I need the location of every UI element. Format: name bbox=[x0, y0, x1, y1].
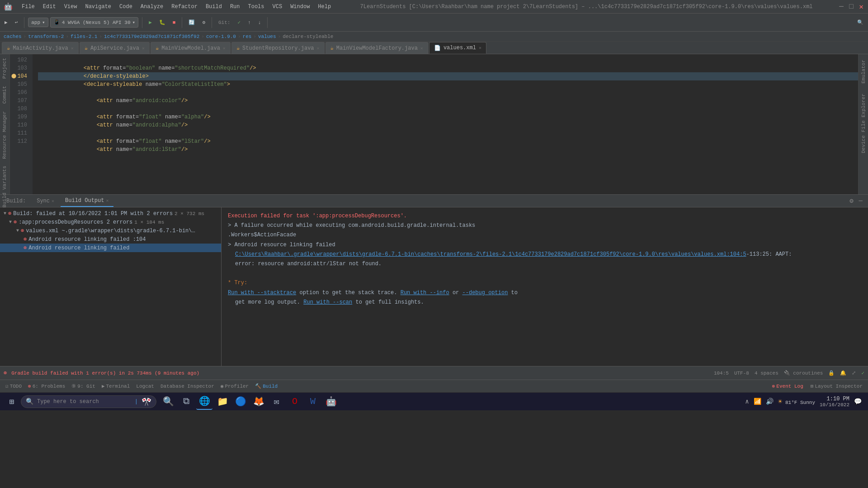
menu-view[interactable]: View bbox=[61, 3, 81, 11]
breadcrumb-item-hash[interactable]: 1c4c7733179e2829ad7c1871cf305f92 bbox=[104, 34, 199, 39]
taskbar-search-box[interactable]: 🔍 Type here to search | 🎌 bbox=[21, 395, 156, 408]
terminal-button[interactable]: ▶ Terminal bbox=[99, 382, 132, 390]
search-icon[interactable]: 🔍 bbox=[854, 18, 866, 27]
tab-close-viewmodelfactory[interactable]: ✕ bbox=[420, 46, 423, 51]
code-content[interactable]: <attr format="boolean" name="shortcutMat… bbox=[33, 54, 858, 194]
menu-tools[interactable]: Tools bbox=[245, 3, 268, 11]
minimize-panel-icon[interactable]: — bbox=[857, 196, 864, 206]
sound-icon[interactable]: 🔊 bbox=[766, 398, 774, 405]
settings-icon[interactable]: ⚙ bbox=[848, 196, 855, 206]
problems-button[interactable]: ⊗ 6: Problems bbox=[25, 382, 68, 390]
emulator-label[interactable]: Emulator bbox=[859, 56, 868, 87]
menu-help[interactable]: Help bbox=[314, 3, 335, 11]
maximize-button[interactable]: □ bbox=[848, 4, 854, 10]
app-dropdown[interactable]: app ▾ bbox=[28, 18, 48, 27]
build-variants-label[interactable]: Build Variants bbox=[0, 162, 9, 211]
event-log-button[interactable]: ⊗ Event Log bbox=[769, 382, 806, 390]
tab-apiservice[interactable]: ☕ ApiService.java ✕ bbox=[80, 42, 150, 54]
database-inspector-button[interactable]: Database Inspector bbox=[158, 383, 217, 390]
tab-build-output-close[interactable]: ✕ bbox=[106, 198, 108, 203]
output-debug-link[interactable]: --debug option bbox=[462, 290, 508, 296]
git-panel-button[interactable]: ⑨ 9: Git bbox=[69, 382, 98, 390]
profiler-button[interactable]: ◉ Profiler bbox=[218, 382, 251, 390]
taskbar-edge[interactable]: 🌐 bbox=[196, 394, 212, 410]
taskbar-search-app[interactable]: 🔍 bbox=[160, 394, 176, 410]
notification-center-icon[interactable]: 💬 bbox=[854, 398, 862, 405]
project-panel-label[interactable]: Project bbox=[0, 54, 9, 82]
tab-close-values[interactable]: ✕ bbox=[479, 45, 481, 51]
tab-build-output[interactable]: Build Output ✕ bbox=[61, 195, 113, 207]
run-button[interactable]: ▶ bbox=[146, 18, 155, 27]
build-tree-err2[interactable]: ⊗ Android resource linking failed bbox=[0, 244, 221, 252]
output-file-link[interactable]: C:\Users\Raahbar\.gradle\wrapper\dists\g… bbox=[235, 251, 746, 258]
taskbar-opera[interactable]: O bbox=[287, 394, 303, 410]
menu-refactor[interactable]: Refactor bbox=[168, 3, 201, 11]
build-tree-root[interactable]: ▼ ⊗ Build: failed at 10/16/2022 1:01 PM … bbox=[0, 209, 221, 218]
output-scan-link[interactable]: Run with --scan bbox=[303, 299, 352, 305]
tab-studentrepo[interactable]: ☕ StudentRepository.java ✕ bbox=[231, 42, 325, 54]
tab-close-mainviewmodel[interactable]: ✕ bbox=[223, 46, 226, 51]
start-button[interactable]: ⊞ bbox=[3, 393, 21, 410]
commit-panel-label[interactable]: Commit bbox=[0, 82, 9, 108]
build-button[interactable]: 🔨 Build bbox=[252, 382, 280, 390]
menu-vcs[interactable]: VCS bbox=[269, 3, 286, 11]
debug-button[interactable]: 🐛 bbox=[156, 18, 168, 27]
breadcrumb-item-values[interactable]: values bbox=[258, 34, 276, 39]
git-pull-icon[interactable]: ↓ bbox=[255, 19, 264, 27]
tab-close-studentrepo[interactable]: ✕ bbox=[317, 46, 320, 51]
layout-inspector-button[interactable]: ⊞ Layout Inspector bbox=[808, 382, 865, 390]
menu-file[interactable]: File bbox=[18, 3, 38, 11]
toolbar-run-icon[interactable]: ▶ bbox=[2, 18, 10, 27]
close-button[interactable]: ✕ bbox=[858, 4, 864, 10]
breadcrumb-item-core[interactable]: core-1.9.0 bbox=[206, 34, 236, 39]
clock-display[interactable]: 1:10 PM 10/16/2022 bbox=[820, 396, 849, 408]
device-file-explorer-label[interactable]: Device File Explorer bbox=[859, 90, 868, 157]
tab-mainactivity[interactable]: ☕ MainActivity.java ✕ bbox=[2, 42, 79, 54]
taskbar-word[interactable]: W bbox=[305, 394, 321, 410]
menu-code[interactable]: Code bbox=[116, 3, 136, 11]
taskbar-mail[interactable]: ✉ bbox=[269, 394, 285, 410]
logcat-label: Logcat bbox=[136, 384, 154, 389]
taskbar-firefox[interactable]: 🦊 bbox=[250, 394, 267, 410]
tab-close-apiservice[interactable]: ✕ bbox=[142, 46, 145, 51]
git-check-icon[interactable]: ✓ bbox=[235, 18, 243, 27]
todo-button[interactable]: ☑ TODO bbox=[3, 382, 24, 390]
breadcrumb-item-files[interactable]: files-2.1 bbox=[71, 34, 97, 39]
breadcrumb-item-transforms[interactable]: transforms-2 bbox=[28, 34, 64, 39]
taskbar-explorer[interactable]: 📁 bbox=[214, 394, 231, 410]
build-tree-values-xml[interactable]: ▼ ⊗ values.xml ~.gradle\wrapper\dists\gr… bbox=[0, 226, 221, 235]
git-push-icon[interactable]: ↑ bbox=[245, 19, 254, 27]
menu-build[interactable]: Build bbox=[202, 3, 226, 11]
stop-button[interactable]: ■ bbox=[170, 19, 179, 27]
menu-window[interactable]: Window bbox=[287, 3, 313, 11]
breadcrumb-item-declare[interactable]: declare-styleable bbox=[283, 34, 333, 39]
breadcrumb-item-caches[interactable]: caches bbox=[4, 34, 22, 39]
output-stacktrace-link[interactable]: Run with --stacktrace bbox=[228, 290, 296, 296]
chevron-up-icon[interactable]: ∧ bbox=[745, 398, 749, 405]
menu-analyze[interactable]: Analyze bbox=[137, 3, 167, 11]
network-icon[interactable]: 📶 bbox=[754, 398, 761, 405]
menu-edit[interactable]: Edit bbox=[39, 3, 60, 11]
sync-button[interactable]: 🔄 bbox=[186, 18, 198, 27]
minimize-button[interactable]: ─ bbox=[838, 4, 844, 10]
tab-mainviewmodel[interactable]: ☕ MainViewModel.java ✕ bbox=[151, 42, 231, 54]
taskbar-android-studio[interactable]: 🤖 bbox=[323, 394, 339, 410]
output-info-link[interactable]: Run with --info bbox=[401, 290, 449, 296]
taskbar-task-view[interactable]: ⧉ bbox=[178, 394, 194, 410]
tab-close-mainactivity[interactable]: ✕ bbox=[71, 46, 74, 51]
menu-navigate[interactable]: Navigate bbox=[81, 3, 115, 11]
toolbar-back-icon[interactable]: ↩ bbox=[12, 18, 21, 27]
taskbar-chrome[interactable]: 🔵 bbox=[232, 394, 249, 410]
tab-sync-close[interactable]: ✕ bbox=[52, 198, 54, 204]
build-tree-process[interactable]: ▼ ⊗ :app:processDebugResources 2 errors … bbox=[0, 218, 221, 226]
tab-sync[interactable]: Sync ✕ bbox=[32, 195, 59, 207]
menu-run[interactable]: Run bbox=[226, 3, 244, 11]
resource-manager-label[interactable]: Resource Manager bbox=[0, 108, 9, 163]
gradle-button[interactable]: ⚙ bbox=[199, 18, 208, 27]
breadcrumb-item-res[interactable]: res bbox=[243, 34, 252, 39]
tab-viewmodelfactory[interactable]: ☕ MainViewModelFactory.java ✕ bbox=[326, 42, 428, 54]
build-tree-err1[interactable]: ⊗ Android resource linking failed :104 bbox=[0, 235, 221, 244]
device-dropdown[interactable]: 📱 4 WVGA (Nexus 5) API 30 ▾ bbox=[50, 17, 138, 28]
tab-values-xml[interactable]: 📄 values.xml ✕ bbox=[429, 42, 486, 54]
logcat-button[interactable]: Logcat bbox=[133, 383, 157, 390]
